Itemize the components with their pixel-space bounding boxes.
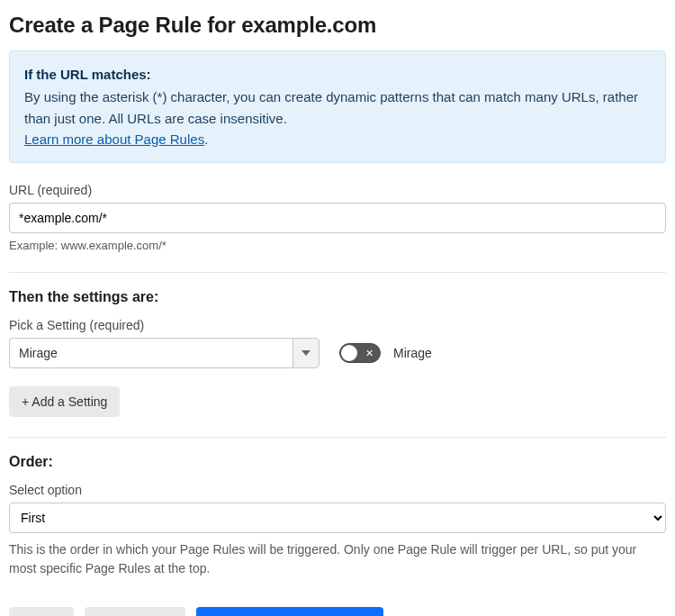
- add-setting-button[interactable]: + Add a Setting: [9, 386, 120, 417]
- save-deploy-button[interactable]: Save and Deploy Page Rule: [196, 607, 383, 616]
- mirage-toggle[interactable]: ✕: [339, 343, 381, 363]
- chevron-down-icon: [302, 350, 310, 356]
- order-description: This is the order in which your Page Rul…: [9, 540, 666, 578]
- pick-setting-label: Pick a Setting (required): [9, 318, 666, 332]
- setting-selected-value: Mirage: [9, 338, 292, 368]
- settings-heading: Then the settings are:: [9, 289, 666, 305]
- info-link-suffix: .: [204, 131, 208, 147]
- learn-more-link[interactable]: Learn more about Page Rules: [24, 131, 204, 147]
- cancel-button[interactable]: Cancel: [9, 607, 74, 616]
- info-box: If the URL matches: By using the asteris…: [9, 50, 666, 163]
- order-select[interactable]: First: [9, 503, 666, 533]
- order-heading: Order:: [9, 454, 666, 470]
- url-hint: Example: www.example.com/*: [9, 239, 666, 252]
- toggle-label: Mirage: [393, 346, 432, 360]
- setting-dropdown-button[interactable]: [292, 338, 320, 368]
- footer-actions: Cancel Save as Draft Save and Deploy Pag…: [9, 607, 666, 616]
- toggle-knob: [341, 345, 357, 361]
- save-draft-button[interactable]: Save as Draft: [85, 607, 186, 616]
- setting-select[interactable]: Mirage: [9, 338, 320, 368]
- divider: [9, 437, 666, 438]
- page-title: Create a Page Rule for example.com: [9, 13, 666, 38]
- info-text: By using the asterisk (*) character, you…: [24, 89, 638, 125]
- info-heading: If the URL matches:: [24, 64, 651, 85]
- divider: [9, 272, 666, 273]
- info-body: By using the asterisk (*) character, you…: [24, 86, 651, 149]
- order-select-label: Select option: [9, 483, 666, 497]
- url-label: URL (required): [9, 183, 666, 197]
- url-input[interactable]: [9, 203, 666, 233]
- close-icon: ✕: [365, 349, 374, 358]
